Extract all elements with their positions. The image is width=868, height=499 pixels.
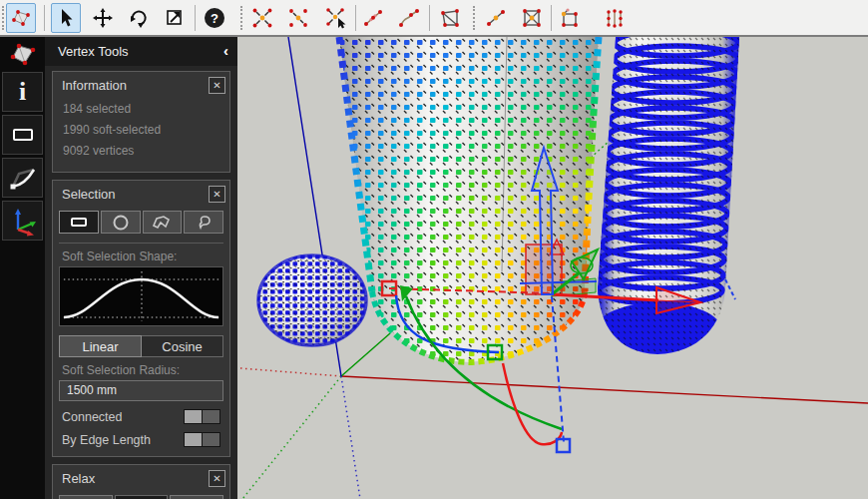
selection-mode-row bbox=[59, 211, 223, 234]
relax-y-button[interactable]: Y bbox=[115, 495, 169, 499]
connected-toggle[interactable] bbox=[184, 409, 220, 424]
close-information-button[interactable]: ✕ bbox=[209, 77, 225, 94]
vertex-tools-panel: Vertex Tools ‹ Information ✕ 184 selecte… bbox=[45, 37, 237, 499]
stat-selected: 184 selected bbox=[63, 99, 229, 120]
toolbar-separator bbox=[195, 5, 196, 31]
gizmo-panel-button[interactable] bbox=[2, 201, 43, 241]
axes-icon bbox=[6, 204, 40, 238]
split-edge-button[interactable] bbox=[481, 3, 511, 33]
toolbar-separator bbox=[355, 5, 356, 31]
polygon-lasso-icon bbox=[152, 215, 172, 231]
by-edge-length-toggle[interactable] bbox=[184, 432, 220, 447]
by-edge-length-row: By Edge Length bbox=[62, 432, 220, 447]
arc-red[interactable] bbox=[503, 363, 562, 444]
toolbar-separator bbox=[551, 5, 552, 31]
selection-panel-button[interactable] bbox=[2, 115, 43, 155]
axis-blue-dotted bbox=[341, 376, 360, 499]
info-panel-button[interactable]: i bbox=[2, 72, 43, 112]
poke-face-button[interactable] bbox=[517, 3, 547, 33]
curve-tool-icon bbox=[6, 161, 40, 195]
relax-x-button[interactable]: X bbox=[59, 495, 113, 499]
falloff-panel-button[interactable] bbox=[2, 158, 43, 198]
vertex-tools-button[interactable] bbox=[6, 3, 36, 33]
merge-pick-button[interactable] bbox=[321, 3, 351, 33]
panel-title: Vertex Tools bbox=[58, 44, 129, 59]
select-mode-circle-button[interactable] bbox=[101, 211, 141, 234]
help-button[interactable]: ? bbox=[200, 3, 229, 33]
merge-vertices-button[interactable] bbox=[247, 3, 277, 33]
rotate-button[interactable] bbox=[124, 3, 154, 33]
weld-edge-button[interactable] bbox=[358, 3, 388, 33]
relax-z-button[interactable]: Z bbox=[170, 495, 223, 499]
select-mode-freehand-button[interactable] bbox=[184, 211, 223, 234]
rectangle-icon bbox=[13, 129, 33, 141]
collapse-panel-button[interactable]: ‹ bbox=[223, 42, 228, 59]
toolbar-separator bbox=[429, 5, 430, 31]
help-icon: ? bbox=[205, 8, 224, 28]
selection-title: Selection bbox=[62, 187, 115, 202]
blue-sphere[interactable] bbox=[257, 254, 367, 346]
close-selection-button[interactable]: ✕ bbox=[209, 186, 225, 203]
information-title: Information bbox=[62, 78, 127, 93]
app-window: ? bbox=[0, 0, 868, 499]
move-button[interactable] bbox=[88, 3, 118, 33]
close-relax-button[interactable]: ✕ bbox=[209, 470, 225, 487]
freehand-lasso-icon bbox=[194, 215, 214, 231]
merge-close-button[interactable] bbox=[283, 3, 313, 33]
extrude-vertex-button[interactable] bbox=[555, 3, 585, 33]
falloff-curve-box[interactable] bbox=[59, 266, 223, 326]
relax-section: Relax ✕ X Y Z bbox=[52, 464, 230, 499]
toolbar-gripper[interactable] bbox=[473, 6, 475, 30]
tool-strip: i bbox=[0, 37, 45, 499]
info-icon: i bbox=[19, 79, 26, 105]
main-toolbar: ? bbox=[0, 0, 868, 37]
select-mode-rectangle-button[interactable] bbox=[59, 211, 99, 234]
shape-label: Soft Selection Shape: bbox=[62, 250, 229, 263]
vertex-tools-logo-icon bbox=[3, 37, 43, 69]
radius-label: Soft Selection Radius: bbox=[62, 363, 229, 377]
section-divider bbox=[59, 243, 223, 244]
relax-title: Relax bbox=[62, 471, 95, 486]
align-vertices-button[interactable] bbox=[600, 3, 630, 33]
select-mode-polygon-button[interactable] bbox=[143, 211, 183, 234]
stat-vertices: 9092 vertices bbox=[63, 141, 229, 162]
by-edge-length-label: By Edge Length bbox=[62, 433, 151, 447]
falloff-type-row: Linear Cosine bbox=[59, 335, 223, 357]
toolbar-gripper[interactable] bbox=[2, 6, 4, 30]
radius-input[interactable]: 1500 mm bbox=[59, 380, 223, 401]
connected-row: Connected bbox=[62, 409, 220, 424]
selection-stats: 184 selected 1990 soft-selected 9092 ver… bbox=[53, 98, 229, 172]
toolbar-gripper[interactable] bbox=[240, 6, 242, 30]
selection-section: Selection ✕ Soft Selection Shape: bbox=[52, 180, 230, 457]
scale-button[interactable] bbox=[160, 3, 190, 33]
detach-face-button[interactable] bbox=[435, 3, 465, 33]
panel-header[interactable]: Vertex Tools ‹ bbox=[45, 37, 237, 66]
make-curve-button[interactable] bbox=[394, 3, 424, 33]
connected-label: Connected bbox=[62, 410, 122, 424]
gizmo-blue-tick bbox=[725, 279, 735, 299]
falloff-linear-button[interactable]: Linear bbox=[59, 335, 142, 357]
axis-green bbox=[341, 333, 390, 376]
stat-soft-selected: 1990 soft-selected bbox=[63, 120, 229, 141]
falloff-curve bbox=[60, 267, 222, 325]
axis-green-dotted bbox=[242, 376, 341, 499]
rectangle-icon bbox=[71, 218, 87, 227]
relax-axis-row: X Y Z bbox=[59, 495, 223, 499]
information-section: Information ✕ 184 selected 1990 soft-sel… bbox=[52, 71, 230, 173]
select-arrow-button[interactable] bbox=[51, 3, 81, 33]
axis-red-dotted bbox=[240, 368, 341, 376]
axis-red bbox=[341, 376, 868, 403]
circle-icon bbox=[112, 214, 130, 232]
falloff-cosine-button[interactable]: Cosine bbox=[142, 335, 223, 357]
toolbar-separator bbox=[44, 5, 45, 31]
